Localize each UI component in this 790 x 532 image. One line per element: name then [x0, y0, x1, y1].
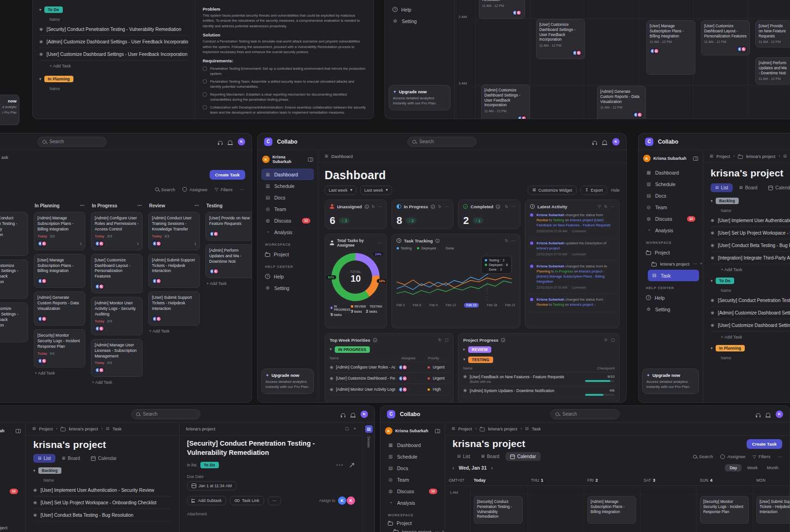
task-card[interactable]: [User] Provide on New Feature Requests K… — [205, 212, 252, 241]
column-menu-icon[interactable] — [252, 203, 252, 208]
search-toggle[interactable]: Search — [693, 454, 713, 459]
tab-list[interactable]: List — [711, 183, 733, 192]
customize-widget-button[interactable]: Customize Widget — [528, 186, 577, 195]
activity-entry[interactable]: Krisna Subarkah updated the Description … — [530, 237, 615, 260]
collapse-caret-icon[interactable] — [463, 357, 465, 362]
search-input[interactable]: Search — [37, 137, 107, 147]
export-button[interactable]: Export — [580, 186, 608, 195]
assignee-avatar[interactable]: K — [338, 496, 346, 505]
add-task-button[interactable]: + Add Task — [711, 332, 790, 340]
tab-calendar[interactable]: Calendar — [506, 452, 541, 461]
task-row[interactable]: [User] Conduct Beta Testing - Bug Resolu… — [711, 239, 790, 252]
breadcrumb-item-project-name[interactable]: krisna's project — [746, 154, 775, 159]
x-axis-tick[interactable]: Feb 9 — [429, 303, 438, 307]
task-card[interactable]: [Admin] Submit Support Tickets - Helpdes… — [148, 254, 200, 288]
x-axis-tick[interactable]: Feb 3 — [397, 303, 405, 307]
collapse-caret-icon[interactable] — [711, 346, 713, 351]
activity-link[interactable]: krisna's project [User] Feedback on New … — [537, 218, 610, 227]
x-axis-tick[interactable]: Feb 12 — [446, 303, 456, 307]
bell-icon[interactable] — [351, 413, 355, 417]
more-menu-icon[interactable] — [512, 205, 516, 209]
status-badge-todo[interactable]: To Do — [716, 278, 734, 284]
sidebar-item-project[interactable]: Project — [384, 519, 441, 527]
event-card[interactable]: [User] Manage Subscription Plans - Billi… — [646, 20, 695, 75]
add-task-button[interactable]: + Add Task — [148, 326, 200, 337]
day-header[interactable]: SAT3 — [640, 478, 696, 483]
sidebar-item[interactable]: ◔ Analysis — [0, 497, 22, 508]
event-card[interactable]: [User] Submit Support Tickets - Helpdesk… — [756, 496, 790, 524]
view-week-button[interactable]: Week — [743, 464, 761, 472]
add-icon[interactable] — [700, 262, 702, 266]
bell-icon[interactable] — [603, 140, 607, 144]
assignee-filter[interactable]: Assignee — [182, 187, 207, 192]
sidebar-item-help[interactable]: Help — [642, 292, 699, 303]
search-input[interactable]: Search — [131, 409, 200, 419]
tab-board[interactable]: Board — [57, 454, 84, 463]
create-task-button[interactable]: Create Task — [210, 170, 245, 180]
sidebar-item[interactable]: ◎ Team — [261, 203, 314, 215]
task-card[interactable]: [User] Customize Dashboard Layout - Pers… — [91, 254, 143, 294]
more-actions-button[interactable] — [268, 496, 281, 505]
sidebar-item-setting[interactable]: Setting — [261, 282, 314, 294]
sidebar-item[interactable]: ◔ Analysis — [261, 226, 314, 238]
task-card[interactable]: [Admin] Perform Updates and Ma - Downtim… — [205, 244, 252, 278]
x-axis-tick[interactable]: Feb 21 — [505, 303, 515, 307]
day-header[interactable]: FRI2 — [584, 478, 640, 483]
sidebar-item[interactable]: ◎ Team — [0, 474, 22, 485]
status-badge-backlog[interactable]: Backlog — [716, 198, 739, 204]
more-menu-icon[interactable] — [512, 239, 516, 243]
assignee-avatar[interactable]: K — [347, 496, 355, 505]
task-row[interactable]: [Security] Conduct Penetration Testing -… — [39, 23, 188, 36]
event-card[interactable]: Testing - Bug Resolution 11 AM - 12 PM K… — [479, 0, 525, 19]
more-menu-icon[interactable] — [445, 205, 449, 209]
hide-button[interactable]: Hide — [611, 188, 620, 193]
event-card[interactable]: [Security] Monitor Security Logs - Incid… — [700, 496, 749, 524]
sidebar-item[interactable]: ▦ Dashboard — [261, 169, 314, 180]
collapse-sidebar-icon[interactable] — [16, 429, 21, 433]
day-header[interactable]: MON — [753, 478, 790, 483]
sidebar-item[interactable]: ▦ Dashboard — [0, 439, 22, 451]
more-menu-icon[interactable] — [693, 262, 697, 266]
search-input[interactable]: Search — [407, 137, 476, 147]
status-badge-todo[interactable]: To Do — [44, 6, 63, 13]
collapse-caret-icon[interactable] — [711, 279, 713, 283]
tab-board[interactable]: Board — [476, 452, 504, 461]
x-axis-tick[interactable]: Feb 15 — [464, 303, 479, 308]
bell-icon[interactable] — [228, 140, 232, 144]
sidebar-item-project-name[interactable]: krisna's project — [384, 527, 441, 532]
sidebar-item[interactable]: ▥ Schedule — [642, 178, 699, 190]
event-card[interactable]: [User] Provide on New Feature Requests 1… — [755, 20, 790, 48]
user-avatar[interactable]: K — [776, 411, 783, 418]
collapse-caret-icon[interactable] — [33, 469, 36, 473]
sidebar-item[interactable]: ◍ Discuss 12 — [642, 213, 699, 224]
sidebar-item[interactable]: ▤ Docs — [0, 462, 22, 474]
checkbox[interactable] — [203, 105, 207, 109]
collapse-caret-icon[interactable] — [39, 77, 42, 81]
task-card[interactable]: [User] Submit Support Tickets - Helpdesk… — [148, 291, 200, 326]
sidebar-item-help[interactable]: Help — [389, 4, 451, 15]
sidebar-item[interactable]: ◔ Analysis — [642, 224, 699, 236]
sidebar-item-task[interactable]: Task — [648, 270, 699, 281]
sidebar-item[interactable]: ▥ Schedule — [0, 451, 22, 462]
breadcrumb-item-task[interactable]: Task — [532, 426, 541, 431]
more-menu-icon[interactable] — [378, 241, 382, 245]
sidebar-item-setting[interactable]: Setting — [389, 15, 451, 27]
x-axis-tick[interactable]: Feb 6 — [413, 303, 421, 307]
task-row[interactable]: [Admin] Customize Dashboard Settings - U… — [711, 307, 790, 319]
refresh-icon[interactable] — [604, 205, 607, 209]
tab-list[interactable]: List — [33, 454, 55, 463]
add-subtask-button[interactable]: Add Subtask — [187, 496, 226, 505]
day-header[interactable]: THU1 — [527, 478, 584, 483]
sidebar-item[interactable]: ◎ Team — [642, 201, 699, 213]
day-header[interactable]: SUN4 — [696, 478, 753, 483]
details-panel-icon[interactable]: ▤ — [365, 425, 373, 433]
breadcrumb-item-project[interactable]: Project — [458, 426, 472, 431]
comment-link[interactable]: Comment — [572, 229, 586, 234]
status-badge-in-planning[interactable]: In Planning — [716, 345, 745, 351]
checkbox[interactable] — [203, 79, 207, 84]
user-avatar[interactable]: K — [361, 411, 368, 418]
details-tab[interactable]: Details — [367, 436, 371, 447]
collapse-caret-icon[interactable] — [711, 199, 713, 203]
task-card[interactable]: [User] Manage Subscription Plans - Billi… — [34, 254, 85, 288]
more-menu-icon[interactable] — [778, 454, 783, 459]
